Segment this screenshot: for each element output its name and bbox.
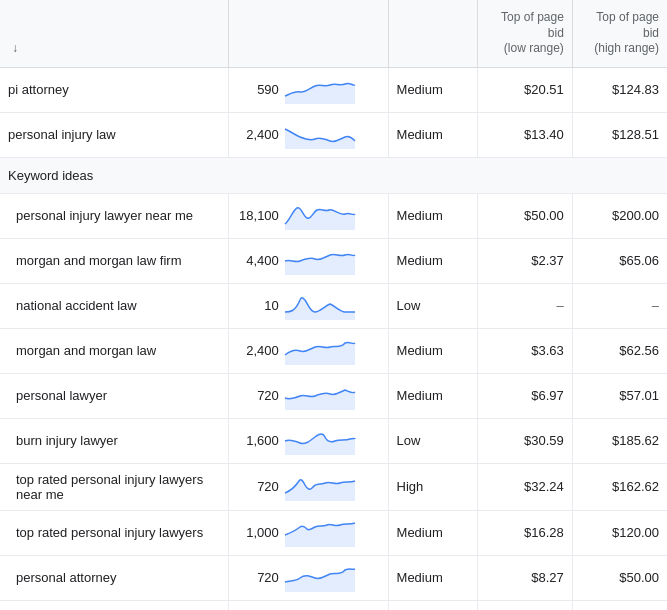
bid-low-cell: $8.27	[478, 555, 573, 600]
competition-cell: High	[388, 463, 478, 510]
table-row: top rated personal injury lawyers near m…	[0, 463, 667, 510]
competition-cell: Medium	[388, 112, 478, 157]
table-row: national accident law10Low––	[0, 283, 667, 328]
keyword-cell[interactable]: personal injury law	[0, 112, 228, 157]
competition-cell: Medium	[388, 373, 478, 418]
keyword-cell[interactable]: top rated personal injury lawyers	[0, 510, 228, 555]
bid-high-cell: $62.56	[572, 328, 667, 373]
keyword-cell[interactable]: burn injury lawyer	[0, 418, 228, 463]
bid-low-cell: $16.28	[478, 510, 573, 555]
table-row: personal injury lawyer near me18,100Medi…	[0, 193, 667, 238]
table-row: personal attorney720Medium$8.27$50.00	[0, 555, 667, 600]
bid-low-cell: $32.24	[478, 463, 573, 510]
keyword-cell[interactable]: morgan and morgan law firm	[0, 238, 228, 283]
table-row: pi attorney590Medium$20.51$124.83	[0, 67, 667, 112]
keyword-cell[interactable]: pi attorney	[0, 67, 228, 112]
col-bid-low-header: Top of page bid(low range)	[478, 0, 573, 67]
bid-low-cell: $30.59	[478, 418, 573, 463]
bid-high-cell: $165.00	[572, 600, 667, 610]
section-header-row: Keyword ideas	[0, 157, 667, 193]
bid-high-cell: $162.62	[572, 463, 667, 510]
searches-cell: 590	[228, 67, 388, 112]
competition-cell: Medium	[388, 328, 478, 373]
bid-low-cell: $20.51	[478, 67, 573, 112]
table-row: morgan and morgan law2,400Medium$3.63$62…	[0, 328, 667, 373]
col-keyword-header[interactable]: ↓	[0, 0, 228, 67]
searches-cell: 4,400	[228, 238, 388, 283]
bid-low-cell: $32.46	[478, 600, 573, 610]
keyword-cell[interactable]: top rated personal injury lawyers near m…	[0, 463, 228, 510]
competition-cell: Medium	[388, 193, 478, 238]
searches-cell: 720	[228, 600, 388, 610]
table-row: best personal injury lawyer near me720Hi…	[0, 600, 667, 610]
competition-cell: Medium	[388, 67, 478, 112]
bid-high-cell: $50.00	[572, 555, 667, 600]
keyword-cell[interactable]: personal lawyer	[0, 373, 228, 418]
bid-high-cell: $57.01	[572, 373, 667, 418]
col-competition-header	[388, 0, 478, 67]
searches-cell: 1,600	[228, 418, 388, 463]
bid-low-cell: $50.00	[478, 193, 573, 238]
bid-high-cell: $65.06	[572, 238, 667, 283]
searches-cell: 2,400	[228, 328, 388, 373]
col-searches-header	[228, 0, 388, 67]
col-bid-high-header: Top of page bid(high range)	[572, 0, 667, 67]
competition-cell: Medium	[388, 510, 478, 555]
bid-low-cell: $3.63	[478, 328, 573, 373]
competition-cell: Low	[388, 418, 478, 463]
sort-icon: ↓	[12, 41, 18, 55]
searches-cell: 1,000	[228, 510, 388, 555]
searches-cell: 720	[228, 463, 388, 510]
bid-low-cell: $6.97	[478, 373, 573, 418]
competition-cell: High	[388, 600, 478, 610]
searches-cell: 720	[228, 555, 388, 600]
keyword-cell[interactable]: personal injury lawyer near me	[0, 193, 228, 238]
competition-cell: Low	[388, 283, 478, 328]
keyword-cell[interactable]: best personal injury lawyer near me	[0, 600, 228, 610]
searches-cell: 10	[228, 283, 388, 328]
bid-low-cell: $13.40	[478, 112, 573, 157]
competition-cell: Medium	[388, 238, 478, 283]
keyword-cell[interactable]: personal attorney	[0, 555, 228, 600]
table-row: personal injury law2,400Medium$13.40$128…	[0, 112, 667, 157]
competition-cell: Medium	[388, 555, 478, 600]
table-row: burn injury lawyer1,600Low$30.59$185.62	[0, 418, 667, 463]
searches-cell: 2,400	[228, 112, 388, 157]
table-row: morgan and morgan law firm4,400Medium$2.…	[0, 238, 667, 283]
bid-low-cell: –	[478, 283, 573, 328]
table-row: personal lawyer720Medium$6.97$57.01	[0, 373, 667, 418]
bid-high-cell: $120.00	[572, 510, 667, 555]
searches-cell: 18,100	[228, 193, 388, 238]
bid-high-cell: $185.62	[572, 418, 667, 463]
keyword-cell[interactable]: national accident law	[0, 283, 228, 328]
section-header-label: Keyword ideas	[0, 157, 667, 193]
bid-high-cell: $200.00	[572, 193, 667, 238]
bid-low-cell: $2.37	[478, 238, 573, 283]
bid-high-cell: $124.83	[572, 67, 667, 112]
keyword-cell[interactable]: morgan and morgan law	[0, 328, 228, 373]
searches-cell: 720	[228, 373, 388, 418]
table-row: top rated personal injury lawyers1,000Me…	[0, 510, 667, 555]
bid-high-cell: $128.51	[572, 112, 667, 157]
bid-high-cell: –	[572, 283, 667, 328]
